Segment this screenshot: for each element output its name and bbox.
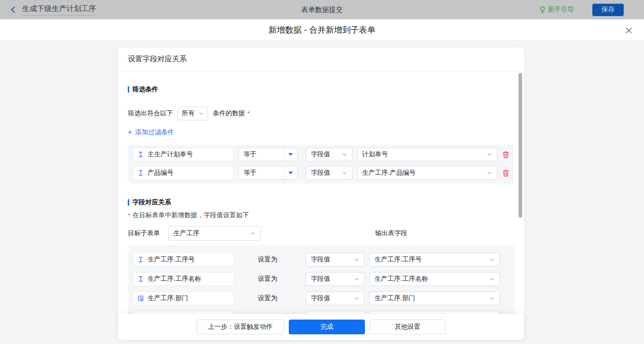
mapping-output-select[interactable]: 生产工序.工序号 bbox=[370, 253, 500, 267]
chevron-down-icon bbox=[489, 276, 495, 282]
add-filter-condition-link[interactable]: + 添加过滤条件 bbox=[128, 128, 174, 136]
top-bar: 生成下级生产计划工序 表单数据提交 新手引导 保存 bbox=[0, 0, 644, 19]
mapping-field[interactable]: 生产工序.部门 bbox=[133, 291, 234, 305]
chevron-down-icon bbox=[489, 257, 495, 262]
chevron-down-icon bbox=[342, 152, 347, 157]
mapping-value-type-select[interactable]: 字段值 bbox=[306, 291, 364, 305]
mapping-field[interactable]: 生产工序.工序名称 bbox=[133, 272, 234, 286]
previous-step-button[interactable]: 上一步：设置触发动作 bbox=[197, 320, 284, 334]
mapping-description: * 在目标表单中新增数据，字段值设置如下 bbox=[128, 211, 514, 219]
field-mapping-row: 生产工序.工序名称 设置为 字段值 生产工序.工序名称 bbox=[133, 272, 509, 286]
text-field-icon bbox=[137, 256, 144, 263]
newbie-guide-label: 新手引导 bbox=[548, 6, 574, 14]
target-subform-row: 目标子表单 生产工序 输出表字段 bbox=[128, 226, 514, 241]
target-subform-select[interactable]: 生产工序 bbox=[168, 226, 261, 241]
filter-value-type-select[interactable]: 字段值 bbox=[306, 148, 352, 161]
filter-value-select[interactable]: 生产工序.产品编号 bbox=[357, 166, 497, 180]
text-field-icon bbox=[137, 151, 144, 158]
section-accent-bar bbox=[128, 86, 129, 93]
chevron-down-icon bbox=[250, 231, 256, 236]
filter-conditions-panel: 主生产计划单号 等于 字段值 计划单号 bbox=[128, 145, 514, 184]
chevron-down-icon bbox=[354, 257, 359, 262]
caret-down-icon bbox=[284, 148, 297, 161]
modal-title: 新增数据 - 合并新增到子表单 bbox=[268, 24, 376, 36]
back-icon[interactable] bbox=[9, 6, 18, 14]
mapping-value-type-select[interactable]: 字段值 bbox=[306, 272, 364, 286]
add-filter-condition-label: 添加过滤条件 bbox=[135, 128, 174, 136]
mapping-output-select[interactable]: 生产工序.工序名称 bbox=[370, 272, 500, 286]
card-title: 设置字段对应关系 bbox=[118, 47, 524, 71]
chevron-down-icon bbox=[487, 152, 492, 157]
mapping-value-type-select[interactable]: 字段值 bbox=[306, 253, 364, 267]
modal-body: 设置字段对应关系 筛选条件 筛选出符合以下 所有 条件的数据 * bbox=[0, 41, 644, 344]
chevron-down-icon bbox=[487, 170, 492, 176]
settings-card: 设置字段对应关系 筛选条件 筛选出符合以下 所有 条件的数据 * bbox=[118, 47, 524, 340]
required-asterisk: * bbox=[128, 212, 130, 219]
mapping-output-select[interactable]: 生产工序.部门 bbox=[370, 291, 500, 305]
close-icon[interactable] bbox=[625, 26, 632, 34]
filter-value-select[interactable]: 计划单号 bbox=[357, 148, 497, 161]
field-mapping-row: 生产工序.部门 设置为 字段值 生产工序.部门 bbox=[133, 291, 509, 305]
newbie-guide-link[interactable]: 新手引导 bbox=[539, 6, 574, 14]
mapping-field[interactable]: 生产工序.工序号 bbox=[133, 253, 234, 267]
text-field-icon bbox=[137, 276, 144, 282]
footer-action-bar: 上一步：设置触发动作 完成 其他设置 bbox=[118, 314, 524, 340]
filter-field-select[interactable]: 产品编号 bbox=[133, 166, 234, 180]
other-settings-button[interactable]: 其他设置 bbox=[370, 320, 446, 334]
filter-value-type-select[interactable]: 字段值 bbox=[306, 166, 352, 180]
set-as-label: 设置为 bbox=[258, 275, 278, 283]
filter-mode-row: 筛选出符合以下 所有 条件的数据 * bbox=[128, 107, 514, 120]
chevron-down-icon bbox=[198, 111, 204, 116]
section-accent-bar bbox=[128, 199, 129, 206]
filter-operator-select[interactable]: 等于 bbox=[239, 148, 298, 161]
chevron-down-icon bbox=[354, 296, 359, 301]
filter-condition-row: 产品编号 等于 字段值 生产工序.产品编号 bbox=[133, 166, 509, 180]
done-button[interactable]: 完成 bbox=[289, 320, 365, 334]
filter-section-title: 筛选条件 bbox=[128, 85, 514, 94]
modal-dialog: 新增数据 - 合并新增到子表单 设置字段对应关系 筛选条件 筛选出符合以下 所有 bbox=[0, 19, 644, 344]
output-fields-header: 输出表字段 bbox=[375, 229, 407, 237]
chevron-down-icon bbox=[354, 276, 359, 282]
plus-icon: + bbox=[128, 129, 132, 136]
delete-condition-icon[interactable] bbox=[502, 169, 509, 177]
delete-condition-icon[interactable] bbox=[502, 150, 509, 159]
field-mapping-row: 生产工序.工序号 设置为 字段值 生产工序.工序号 bbox=[133, 253, 509, 267]
chevron-down-icon bbox=[342, 170, 347, 176]
modal-header: 新增数据 - 合并新增到子表单 bbox=[0, 19, 644, 41]
target-subform-label: 目标子表单 bbox=[128, 229, 160, 237]
chevron-down-icon bbox=[489, 296, 495, 301]
bulb-icon bbox=[539, 6, 546, 14]
filter-mode-select[interactable]: 所有 bbox=[178, 107, 208, 120]
filter-intro-prefix: 筛选出符合以下 bbox=[128, 109, 173, 118]
filter-condition-row: 主生产计划单号 等于 字段值 计划单号 bbox=[133, 148, 509, 161]
required-asterisk: * bbox=[247, 110, 250, 117]
save-button[interactable]: 保存 bbox=[592, 4, 624, 16]
caret-down-icon bbox=[284, 166, 297, 179]
filter-field-select[interactable]: 主生产计划单号 bbox=[133, 148, 234, 161]
workflow-title[interactable]: 生成下级生产计划工序 bbox=[22, 4, 96, 16]
department-field-icon bbox=[137, 295, 144, 302]
filter-intro-suffix: 条件的数据 bbox=[213, 109, 245, 118]
text-field-icon bbox=[137, 170, 144, 176]
set-as-label: 设置为 bbox=[258, 255, 278, 264]
filter-operator-select[interactable]: 等于 bbox=[239, 166, 298, 180]
set-as-label: 设置为 bbox=[258, 294, 278, 302]
scrollbar-thumb[interactable] bbox=[519, 73, 522, 218]
mapping-section-title: 字段对应关系 bbox=[128, 198, 514, 207]
